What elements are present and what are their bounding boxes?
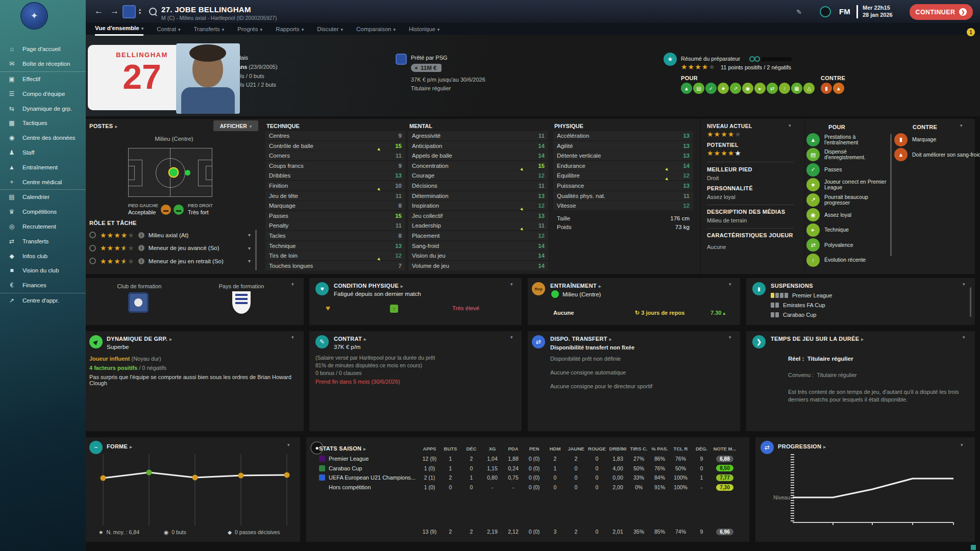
- attribute-row[interactable]: Dribbles13: [265, 171, 405, 180]
- sidebar-item-vision-du-club[interactable]: ■Vision du club: [0, 263, 86, 278]
- attribute-row[interactable]: Agressivité11: [408, 131, 548, 140]
- attribute-row[interactable]: Qualités phys. nat.11: [553, 191, 693, 201]
- role-radio-icon[interactable]: [89, 232, 96, 238]
- attribute-row[interactable]: Sang-froid14: [408, 241, 548, 251]
- tab-discuter[interactable]: Discuter: [317, 23, 343, 35]
- attribute-row[interactable]: Marquage8: [265, 201, 405, 210]
- club-crest-logo[interactable]: ✦: [21, 3, 47, 29]
- sidebar-item-calendrier[interactable]: ▤Calendrier: [0, 190, 86, 205]
- attribute-row[interactable]: Placement12: [408, 231, 548, 240]
- attribute-row[interactable]: Jeu collectif13: [408, 211, 548, 220]
- role-row[interactable]: ★★★★★★iMeneur de jeu avancé (So)▾: [89, 242, 258, 255]
- procon-item[interactable]: ✓Passes: [806, 162, 888, 178]
- attribute-row[interactable]: Corners11: [265, 151, 405, 160]
- tab-contrat[interactable]: Contrat: [157, 23, 180, 35]
- attribute-row[interactable]: Coups francs9: [265, 161, 405, 170]
- attribute-row[interactable]: Courage12: [408, 171, 548, 180]
- training-collapse-icon[interactable]: [729, 281, 731, 287]
- formation-country-badge[interactable]: [232, 291, 251, 314]
- tab-rapports[interactable]: Rapports: [276, 23, 304, 35]
- notification-badge[interactable]: 1: [967, 28, 975, 36]
- tab-comparaison[interactable]: Comparaison: [356, 23, 396, 35]
- procon-item[interactable]: ▲Doit améliorer son sang-froid: [894, 147, 980, 163]
- stats-column-header[interactable]: TIRS C.: [628, 446, 649, 452]
- stats-column-header[interactable]: PEN: [524, 446, 545, 452]
- info-icon[interactable]: i: [138, 232, 144, 238]
- sidebar-item-centre-d-appr-[interactable]: ↗Centre d'appr.: [0, 293, 86, 308]
- stats-row[interactable]: Carabao Cup1 (0)101,150,240 (0)1004,0050…: [319, 464, 738, 473]
- stats-column-header[interactable]: BUTS: [440, 446, 461, 452]
- stats-column-header[interactable]: APPS: [419, 446, 440, 452]
- stats-title[interactable]: STATS SAISON: [319, 445, 419, 452]
- suspension-row[interactable]: Emirates FA Cup: [771, 300, 954, 310]
- loan-club-badge-icon[interactable]: [396, 54, 407, 65]
- procon-item[interactable]: ↗Pourrait beaucoup progresser: [806, 192, 888, 208]
- training-title[interactable]: ENTRAÎNEMENT: [550, 283, 601, 289]
- attribute-row[interactable]: Centres9: [265, 131, 405, 140]
- sidebar-item-entra-nement[interactable]: ▲Entraînement: [0, 160, 86, 174]
- contract-collapse-icon[interactable]: [510, 334, 513, 340]
- transfer-collapse-icon[interactable]: [729, 334, 731, 340]
- chevron-down-icon[interactable]: ▾: [248, 232, 251, 238]
- suspension-row[interactable]: Carabao Cup: [771, 310, 954, 319]
- attribute-row[interactable]: Penalty11: [265, 221, 405, 230]
- procon-item[interactable]: ◉Assez loyal: [806, 208, 888, 223]
- continue-button[interactable]: CONTINUER ❯: [910, 4, 973, 20]
- club-cycle-icon[interactable]: ▴▾: [139, 8, 141, 15]
- attribute-row[interactable]: Leadership▼11: [408, 221, 548, 230]
- sidebar-item-tactiques[interactable]: ▦Tactiques: [0, 116, 86, 131]
- stats-column-header[interactable]: ROUGE: [586, 446, 607, 452]
- tab-transferts[interactable]: Transferts: [193, 23, 224, 35]
- sidebar-item-dynamique-de-grp-[interactable]: ⇆Dynamique de grp.: [0, 101, 86, 116]
- sidebar-item-recrutement[interactable]: ◎Recrutement: [0, 219, 86, 234]
- attribute-row[interactable]: Inspiration▼12: [408, 201, 548, 210]
- attribute-row[interactable]: Équilibre▼12: [553, 171, 693, 180]
- attribute-row[interactable]: Contrôle de balle▼15: [265, 141, 405, 151]
- procon-item[interactable]: ★Joueur correct en Premier League: [806, 178, 888, 193]
- stats-column-header[interactable]: TCL R: [670, 446, 691, 452]
- attribute-row[interactable]: Tacles8: [265, 231, 405, 240]
- formation-collapse-icon[interactable]: [291, 281, 294, 287]
- stats-row[interactable]: Premier League12 (9)121,041,880 (0)2201,…: [319, 454, 738, 464]
- attribute-row[interactable]: Vision du jeu14: [408, 251, 548, 260]
- attribute-row[interactable]: Anticipation14: [408, 141, 548, 151]
- condition-collapse-icon[interactable]: [510, 281, 513, 287]
- attribute-row[interactable]: Tirs de loin▼12: [265, 251, 405, 260]
- sidebar-item-staff[interactable]: ♟Staff: [0, 145, 86, 160]
- sidebar-item-compo-d-quipe[interactable]: ☰Compo d'équipe: [0, 86, 86, 101]
- loan-title[interactable]: Prêté par PSG: [411, 55, 448, 61]
- condition-title[interactable]: CONDITION PHYSIQUE: [334, 283, 403, 289]
- sidebar-item-infos-club[interactable]: ◆Infos club: [0, 248, 86, 263]
- afficher-button[interactable]: AFFICHER: [213, 120, 258, 131]
- attribute-row[interactable]: Technique13: [265, 241, 405, 251]
- sidebar-item-centre-m-dical[interactable]: +Centre médical: [0, 174, 86, 189]
- sidebar-item-transferts[interactable]: ⇄Transferts: [0, 234, 86, 248]
- sidebar-item-comp-titions[interactable]: ♛Compétitions: [0, 205, 86, 219]
- stats-column-header[interactable]: PDA: [503, 446, 524, 452]
- sidebar-item-page-d-accueil[interactable]: ⌂Page d'accueil: [0, 42, 86, 57]
- sidebar-item-bo-te-de-r-ception[interactable]: ✉Boîte de réception: [0, 57, 86, 71]
- stats-column-header[interactable]: % PAS.: [649, 446, 670, 452]
- attribute-row[interactable]: Passes15: [265, 211, 405, 220]
- club-badge-icon[interactable]: [122, 5, 136, 18]
- proscons-collapse-icon[interactable]: [960, 122, 963, 128]
- scout-title[interactable]: Résumé du préparateur: [681, 56, 740, 62]
- info-icon[interactable]: i: [138, 245, 144, 251]
- chevron-down-icon[interactable]: ▾: [248, 258, 251, 264]
- suspensions-collapse-icon[interactable]: [963, 281, 965, 287]
- procon-item[interactable]: ▮Marquage: [894, 132, 980, 147]
- sidebar-item-effectif[interactable]: ▣Effectif: [0, 72, 86, 87]
- role-radio-icon[interactable]: [89, 245, 96, 252]
- sidebar-item-centre-des-donn-es[interactable]: ◉Centre des données: [0, 131, 86, 145]
- playing-time-collapse-icon[interactable]: [963, 334, 965, 340]
- forward-icon[interactable]: →: [110, 6, 119, 16]
- stats-column-header[interactable]: NOTE M...: [712, 446, 738, 452]
- stats-column-header[interactable]: DRB/90: [607, 446, 628, 452]
- tab-vue-d-ensemble[interactable]: Vue d'ensemble: [95, 22, 143, 36]
- info-icon[interactable]: i: [138, 258, 144, 264]
- chevron-down-icon[interactable]: ▾: [248, 245, 251, 251]
- contract-title[interactable]: CONTRAT: [334, 336, 366, 342]
- ability-collapse-icon[interactable]: [789, 122, 791, 128]
- postes-title[interactable]: POSTES: [89, 123, 117, 129]
- attribute-row[interactable]: Finition▼10: [265, 181, 405, 190]
